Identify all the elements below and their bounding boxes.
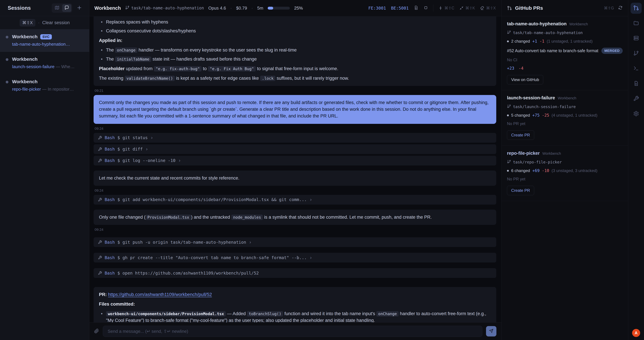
paragraph: The existing validateBranchName() is kep… — [99, 75, 491, 82]
attach-file-button[interactable] — [94, 328, 99, 334]
eraser-icon — [480, 6, 484, 10]
stop-button[interactable] — [424, 5, 428, 11]
bullet-list: workbench-ui/components/sidebar/Provisio… — [99, 310, 491, 322]
changed-dot — [507, 41, 509, 42]
assistant-message-card: Let me check the current state and recen… — [94, 171, 496, 186]
bash-tool-call[interactable]: Bash $ git add workbench-ui/components/s… — [94, 195, 496, 205]
session-status-dot — [6, 36, 8, 39]
tool-name: Bash — [105, 135, 115, 140]
pr-card-branch: task/tab-name-auto-hyphenation — [513, 31, 582, 35]
session-branch: repo-file-picker — [12, 87, 41, 92]
pr-link[interactable]: https://github.com/ashwanth1109/workbenc… — [108, 292, 212, 297]
send-button[interactable] — [486, 326, 496, 336]
diff-deletions: -4 — [518, 66, 524, 71]
chat-transcript[interactable]: Replaces spaces with hyphens Collapses c… — [90, 17, 502, 322]
bash-command: $ open https://github.com/ashwanth1109/w… — [118, 271, 259, 275]
text-segment: function and wired it into the tab name … — [283, 311, 376, 316]
assistant-message-card: Only one file changed (ProvisionModal.ts… — [94, 210, 496, 225]
github-prs-panel: GitHub PRs ⌘⇧G tab-name-auto-hyphenation… — [502, 0, 628, 340]
rail-settings-button[interactable] — [630, 108, 642, 120]
tool-name: Bash — [105, 255, 115, 260]
commit-icon — [438, 6, 443, 10]
chat-bubble-icon — [64, 5, 69, 11]
map-view-button[interactable] — [52, 4, 62, 12]
session-item-launch-session-failure[interactable]: Workbench launch-session-failure — Whe… — [0, 52, 89, 74]
bash-tool-call[interactable]: Bash $ git status › — [94, 133, 496, 143]
bash-tool-call[interactable]: Bash $ git log --oneline -10 › — [94, 156, 496, 165]
rail-tools-button[interactable] — [630, 93, 642, 104]
tool-name: Bash — [105, 197, 115, 202]
pr-title[interactable]: #52 Auto-convert tab name to branch-safe… — [507, 48, 598, 53]
text-segment: — Added — [226, 311, 247, 316]
session-title: Workbench — [12, 34, 38, 40]
inline-code: .lock — [260, 76, 276, 81]
logs-button[interactable] — [414, 5, 418, 11]
bash-tool-call[interactable]: Bash $ git push -u origin task/tab-name-… — [94, 237, 496, 247]
refresh-button[interactable] — [618, 5, 623, 11]
right-icon-rail: A — [628, 0, 644, 340]
text-segment: state init — handles drafts saved before… — [151, 57, 257, 62]
rail-terminal-button[interactable] — [630, 63, 642, 74]
bash-tool-call[interactable]: Bash $ gh pr create --title "Auto-conver… — [94, 253, 496, 262]
deletions: -25 — [542, 113, 549, 118]
chevron-right-icon[interactable]: › — [250, 240, 251, 245]
bullet-list: Replaces spaces with hyphens Collapses c… — [99, 19, 491, 34]
clear-session-shortcut: ⌘⇧X — [20, 19, 36, 27]
rail-git-button[interactable] — [630, 48, 642, 59]
shortcut-keys: ⌘⇧K — [466, 6, 475, 11]
text-segment: to — [202, 66, 208, 71]
sessions-header: Sessions — [0, 0, 89, 16]
wrench-icon — [98, 159, 102, 163]
new-session-button[interactable] — [76, 5, 82, 11]
pr-card-repo-file-picker: repo-file-picker Workbench task/repo-fil… — [502, 146, 628, 201]
collapse-shortcut-button[interactable]: ⌘⇧K — [459, 6, 475, 11]
view-on-github-button[interactable]: View on GitHub — [507, 75, 543, 84]
additions: +75 — [532, 113, 540, 118]
paragraph: Placeholder updated from "e.g. fix-auth-… — [99, 66, 491, 72]
chevron-right-icon[interactable]: › — [310, 255, 312, 260]
document-icon — [633, 81, 639, 87]
list-item: The initialTabName state init — handles … — [99, 56, 491, 63]
rail-docs-button[interactable] — [630, 78, 642, 89]
bash-command: $ git log --oneline -10 — [118, 158, 176, 163]
pr-card-repo: Workbench — [569, 22, 588, 26]
tool-name: Bash — [105, 271, 115, 275]
bullet-list: The onChange handler — transforms on eve… — [99, 47, 491, 62]
git-branch-icon — [507, 104, 511, 109]
changed-dot — [507, 114, 509, 116]
clear-shortcut-button[interactable]: ⌘⇧X — [480, 6, 496, 11]
chevron-right-icon[interactable]: › — [151, 135, 152, 140]
list-item: workbench-ui/components/sidebar/Provisio… — [99, 310, 491, 322]
commit-shortcut-button[interactable]: ⌘⇧C — [438, 6, 454, 11]
chevron-right-icon[interactable]: › — [146, 147, 148, 152]
list-item: Replaces spaces with hyphens — [99, 19, 491, 25]
wrench-icon — [98, 256, 102, 260]
user-message-bubble: Commit only the changes you made as part… — [94, 95, 496, 124]
session-branch: tab-name-auto-hyphenation… — [12, 42, 70, 47]
session-item-tab-name-auto-hyphenation[interactable]: Workbench SVC tab-name-auto-hyphenation… — [0, 29, 89, 52]
tool-name: Bash — [105, 158, 115, 163]
stop-square-icon — [424, 5, 428, 11]
inline-code: onChange — [115, 48, 137, 53]
bash-tool-call[interactable]: Bash $ open https://github.com/ashwanth1… — [94, 268, 496, 278]
chevron-right-icon[interactable]: › — [310, 197, 312, 202]
session-item-repo-file-picker[interactable]: Workbench repo-file-picker — In reposito… — [0, 74, 89, 97]
rail-pull-requests-button[interactable] — [630, 3, 642, 14]
chevron-right-icon[interactable]: › — [179, 158, 180, 163]
create-pr-button[interactable]: Create PR — [507, 130, 534, 140]
chat-view-button[interactable] — [62, 4, 71, 12]
bash-tool-call[interactable]: Bash $ git diff › — [94, 144, 496, 154]
user-avatar[interactable]: A — [632, 329, 640, 337]
timestamp: 09:24 — [94, 127, 496, 131]
create-pr-button[interactable]: Create PR — [507, 186, 534, 195]
session-branch: launch-session-failure — [12, 64, 54, 69]
pr-card-repo: Workbench — [542, 151, 561, 156]
backend-port[interactable]: BE:5001 — [391, 6, 409, 11]
message-input[interactable] — [103, 326, 482, 337]
clear-session-button[interactable]: Clear session — [42, 20, 70, 25]
rail-files-button[interactable] — [630, 18, 642, 29]
section-heading: Files committed: — [99, 301, 491, 307]
document-icon — [414, 5, 418, 11]
frontend-port[interactable]: FE:3001 — [368, 6, 386, 11]
rail-servers-button[interactable] — [630, 33, 642, 44]
